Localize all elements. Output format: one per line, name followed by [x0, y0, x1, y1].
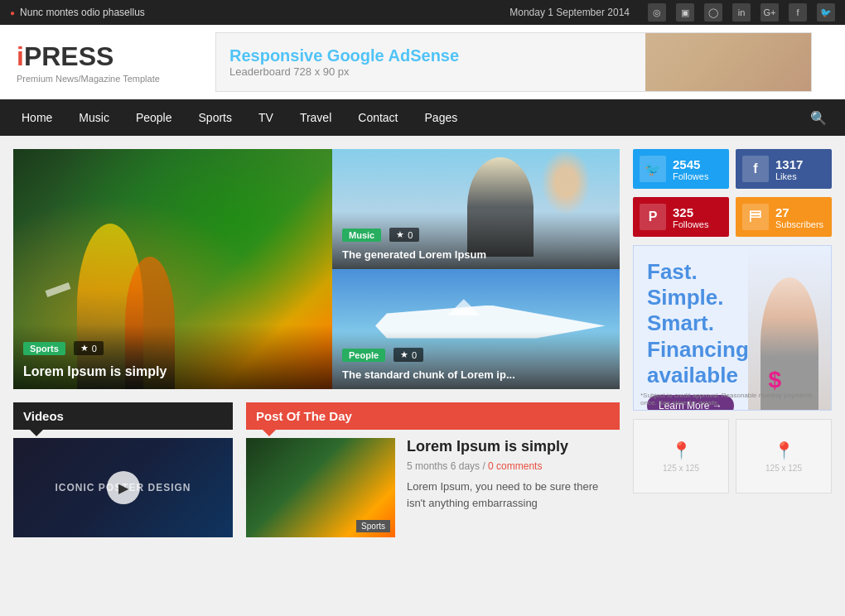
sidebar-ad: Fast. Simple. Smart. Financing available…	[633, 245, 832, 411]
featured-main-title: Lorem Ipsum is simply	[23, 363, 322, 381]
placeholder-ads: 📍 125 x 125 📍 125 x 125	[633, 419, 832, 493]
social-icon-linkedin[interactable]: in	[732, 3, 751, 22]
featured-bottom-right-title: The standard chunk of Lorem ip...	[342, 368, 610, 381]
sidebar-ad-person-image	[748, 246, 831, 410]
featured-bottom-right-rating: ★ 0	[394, 348, 423, 362]
nav-travel[interactable]: Travel	[287, 99, 345, 136]
nav-music[interactable]: Music	[65, 99, 123, 136]
facebook-label: Likes	[775, 171, 803, 181]
placeholder-ad-size-2: 125 x 125	[765, 464, 802, 473]
video-thumb-1[interactable]: ICONIC POSTER DESIGN ▶	[13, 438, 233, 537]
featured-bottom-right-overlay: People ★ 0 The standard chunk of Lorem i…	[332, 331, 620, 389]
pinterest-count: 325	[673, 205, 708, 219]
sidebar-ad-dollar: $	[768, 367, 781, 393]
facebook-count: 1317	[775, 157, 803, 171]
play-icon-1[interactable]: ▶	[107, 471, 140, 504]
pod-time: 5 months 6 days	[407, 460, 480, 472]
ad-responsive-text: Responsive	[229, 46, 322, 65]
bottom-section-row: Videos ICONIC POSTER DESIGN ▶ Post Of Th…	[13, 402, 620, 537]
featured-bottom-right[interactable]: People ★ 0 The standard chunk of Lorem i…	[332, 269, 620, 389]
site-header: iPRESS Premium News/Magazine Template Re…	[0, 25, 845, 99]
featured-top-right-title: The generated Lorem Ipsum	[342, 248, 610, 261]
twitter-icon: 🐦	[640, 156, 666, 182]
nav-sports[interactable]: Sports	[186, 99, 245, 136]
social-icon-github[interactable]: ◯	[704, 3, 722, 22]
placeholder-pin-icon-2: 📍	[774, 440, 794, 460]
pod-thumb-label: Sports	[356, 520, 390, 532]
logo-press: PRESS	[24, 41, 113, 71]
ad-main-text: Responsive Google AdSense	[229, 46, 459, 65]
header-ad-banner: Responsive Google AdSense Leaderboard 72…	[215, 32, 812, 92]
featured-right-col: Music ★ 0 The generated Lorem Ipsum	[332, 149, 620, 389]
facebook-card[interactable]: f 1317 Likes	[736, 149, 832, 189]
star-icon2: ★	[396, 229, 404, 240]
featured-bottom-right-category: People	[342, 349, 385, 362]
nav-pages[interactable]: Pages	[412, 99, 471, 136]
rss-label: Subscribers	[775, 219, 823, 229]
featured-top-right-rating: ★ 0	[389, 228, 419, 242]
twitter-count: 2545	[673, 157, 708, 171]
placeholder-pin-icon-1: 📍	[671, 440, 692, 460]
pinterest-icon: P	[640, 204, 666, 230]
featured-grid: Sports ★ 0 Lorem Ipsum is simply	[13, 149, 620, 389]
social-icon-googleplus[interactable]: G+	[760, 3, 779, 22]
pod-excerpt: Lorem Ipsum, you need to be sure there i…	[407, 479, 620, 511]
social-icon-instagram[interactable]: ▣	[676, 3, 694, 22]
main-wrapper: Sports ★ 0 Lorem Ipsum is simply	[0, 136, 845, 564]
featured-top-right[interactable]: Music ★ 0 The generated Lorem Ipsum	[332, 149, 620, 269]
pinterest-card[interactable]: P 325 Followes	[633, 197, 729, 237]
pod-meta: 5 months 6 days / 0 comments	[407, 460, 620, 472]
ad-sub-text: Leaderboard 728 x 90 px	[229, 65, 459, 78]
pod-comments-link[interactable]: 0 comments	[488, 460, 542, 472]
social-icon-facebook[interactable]: f	[789, 3, 807, 22]
ticker-area: ● Nunc montes odio phasellus	[10, 7, 145, 18]
rss-count: 27	[775, 205, 823, 219]
sidebar: 🐦 2545 Followes f 1317 Likes P 325 Follo	[633, 149, 832, 551]
logo-tagline: Premium News/Magazine Template	[17, 74, 199, 84]
pod-header-label: Post Of The Day	[256, 409, 352, 423]
social-icon-drupal[interactable]: ◎	[648, 3, 666, 22]
nav-tv[interactable]: TV	[245, 99, 287, 136]
star-icon: ★	[80, 343, 89, 354]
pod-header-arrow	[263, 430, 276, 436]
logo-area: iPRESS Premium News/Magazine Template	[17, 41, 199, 84]
nav-home[interactable]: Home	[8, 99, 65, 136]
rss-card[interactable]: ⛿ 27 Subscribers	[736, 197, 832, 237]
content-area: Sports ★ 0 Lorem Ipsum is simply	[13, 149, 620, 551]
twitter-label: Followes	[673, 171, 708, 181]
videos-section-header: Videos	[13, 402, 233, 430]
placeholder-ad-size-1: 125 x 125	[663, 464, 699, 473]
facebook-info: 1317 Likes	[775, 157, 803, 181]
sidebar-ad-note: *Subject to credit approval. Reasonable …	[640, 392, 824, 407]
twitter-card[interactable]: 🐦 2545 Followes	[633, 149, 729, 189]
twitter-info: 2545 Followes	[673, 157, 708, 181]
ad-adsense-text: Google AdSense	[322, 46, 459, 65]
featured-main-category: Sports	[23, 342, 65, 355]
featured-main-article[interactable]: Sports ★ 0 Lorem Ipsum is simply	[13, 149, 332, 389]
pod-section-header: Post Of The Day	[246, 402, 620, 430]
featured-top-right-overlay: Music ★ 0 The generated Lorem Ipsum	[332, 211, 620, 269]
videos-header-label: Videos	[23, 409, 64, 423]
featured-top-right-category: Music	[342, 229, 381, 242]
pod-thumbnail[interactable]: Sports	[246, 438, 395, 537]
nav-contact[interactable]: Contact	[345, 99, 411, 136]
social-icon-twitter[interactable]: 🐦	[817, 3, 835, 22]
pod-title[interactable]: Lorem Ipsum is simply	[407, 438, 620, 455]
facebook-icon: f	[742, 156, 769, 182]
search-button[interactable]: 🔍	[800, 110, 837, 126]
placeholder-ad-1: 📍 125 x 125	[633, 419, 729, 493]
site-logo[interactable]: iPRESS	[17, 41, 199, 72]
top-bar-right: Monday 1 September 2014 ◎ ▣ ◯ in G+ f 🐦	[509, 3, 835, 22]
featured-main-overlay: Sports ★ 0 Lorem Ipsum is simply	[13, 325, 332, 389]
pod-content: Sports Lorem Ipsum is simply 5 months 6 …	[246, 438, 620, 537]
pinterest-label: Followes	[673, 219, 708, 229]
main-nav: Home Music People Sports TV Travel Conta…	[0, 99, 845, 136]
social-stats-row: 🐦 2545 Followes f 1317 Likes	[633, 149, 832, 189]
ad-image	[645, 33, 811, 91]
star-icon3: ★	[400, 349, 408, 360]
videos-section: Videos ICONIC POSTER DESIGN ▶	[13, 402, 233, 537]
ticker-text: Nunc montes odio phasellus	[20, 7, 145, 18]
date-display: Monday 1 September 2014	[509, 7, 630, 18]
nav-people[interactable]: People	[123, 99, 186, 136]
social-stats-row-2: P 325 Followes ⛿ 27 Subscribers	[633, 197, 832, 237]
